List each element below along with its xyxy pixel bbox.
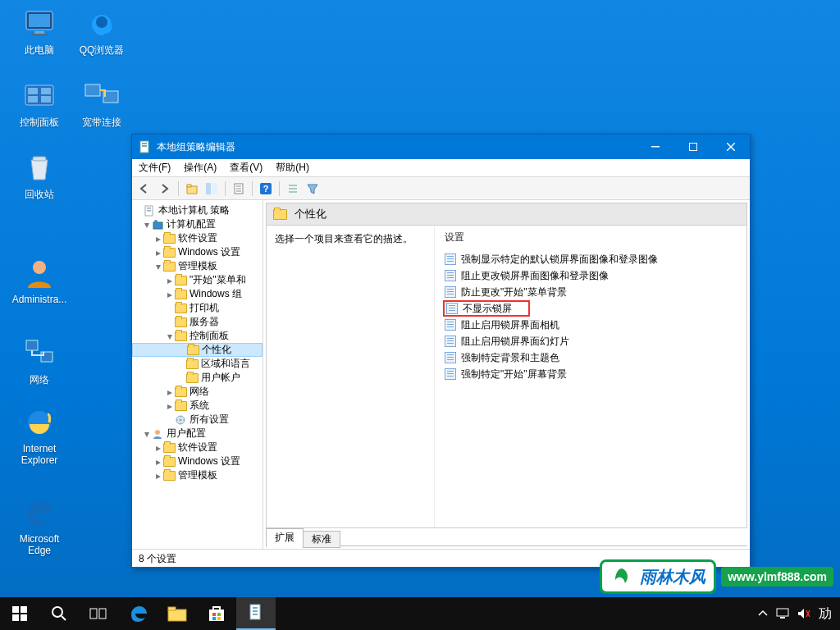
svg-point-14 <box>96 16 107 28</box>
desktop[interactable]: 此电脑 控制面板 回收站 Administra... 网络 Internet E… <box>0 0 840 630</box>
tree-user-accounts[interactable]: 用户帐户 <box>201 371 240 385</box>
icon-dialup[interactable]: 宽带连接 <box>72 79 131 128</box>
titlebar[interactable]: 本地组策略编辑器 <box>132 135 750 159</box>
filter-icon[interactable] <box>304 180 321 197</box>
tray-display-icon[interactable] <box>776 608 789 619</box>
tree-network[interactable]: 网络 <box>189 385 209 399</box>
settings-header: 设置 <box>443 231 740 244</box>
tree-printer[interactable]: 打印机 <box>189 301 219 315</box>
tab-standard[interactable]: 标准 <box>303 531 340 548</box>
setting-label: 强制特定背景和主题色 <box>461 351 559 365</box>
tree-user-soft[interactable]: 软件设置 <box>178 441 217 454</box>
policy-icon <box>445 368 456 380</box>
show-hide-tree[interactable] <box>203 180 220 197</box>
up-button[interactable] <box>184 180 200 197</box>
taskbar-edge[interactable] <box>118 597 158 630</box>
back-button[interactable] <box>137 180 153 197</box>
svg-rect-50 <box>217 617 221 620</box>
minimize-button[interactable] <box>637 135 674 159</box>
tree-root[interactable]: 本地计算机 策略 <box>158 203 230 217</box>
policy-icon <box>446 303 458 314</box>
tree-admin-templates[interactable]: 管理模板 <box>178 259 217 273</box>
policy-icon <box>445 270 456 281</box>
svg-rect-47 <box>212 613 216 616</box>
svg-rect-44 <box>168 609 186 621</box>
forward-button[interactable] <box>157 180 173 197</box>
window-title: 本地组策略编辑器 <box>157 140 235 154</box>
tray-volume-icon[interactable] <box>797 608 810 619</box>
tree-windows-components[interactable]: Windows 组 <box>189 287 242 301</box>
menu-action[interactable]: 操作(A) <box>177 161 223 175</box>
svg-rect-24 <box>206 183 211 194</box>
svg-rect-38 <box>21 606 27 613</box>
taskbar-store[interactable] <box>197 597 236 630</box>
tree-personalization[interactable]: 个性化 <box>202 343 231 357</box>
svg-rect-11 <box>26 340 38 350</box>
icon-qqbrowser[interactable]: QQ浏览器 <box>72 7 131 56</box>
list-icon[interactable] <box>285 180 301 197</box>
icon-ie[interactable]: Internet Explorer <box>10 405 69 467</box>
taskbar-explorer[interactable] <box>158 597 197 630</box>
tree-pane[interactable]: 本地计算机 策略 ▾计算机配置 ▸软件设置 ▸Windows 设置 ▾管理模板 … <box>132 200 263 549</box>
svg-rect-52 <box>253 607 258 609</box>
tree-windows-settings[interactable]: Windows 设置 <box>178 245 240 259</box>
tree-start-menu[interactable]: "开始"菜单和 <box>189 273 246 287</box>
tree-user-windows[interactable]: Windows 设置 <box>178 454 240 468</box>
icon-this-pc[interactable]: 此电脑 <box>10 7 69 56</box>
svg-rect-15 <box>85 84 100 96</box>
start-button[interactable] <box>0 597 39 630</box>
svg-rect-45 <box>168 607 176 610</box>
setting-label: 阻止启用锁屏界面幻灯片 <box>461 335 569 349</box>
description-text: 选择一个项目来查看它的描述。 <box>275 233 413 244</box>
tree-soft-settings[interactable]: 软件设置 <box>178 231 217 245</box>
right-pane: 个性化 选择一个项目来查看它的描述。 设置 强制显示特定的默认锁屏界面图像和登录… <box>263 200 750 549</box>
tray-ime-icon[interactable]: 劢 <box>819 605 832 623</box>
svg-point-10 <box>33 261 46 274</box>
setting-row[interactable]: 阻止启用锁屏界面相机 <box>443 317 740 333</box>
policy-icon <box>445 336 456 347</box>
setting-row[interactable]: 不显示锁屏 <box>443 300 530 317</box>
setting-row[interactable]: 防止更改"开始"菜单背景 <box>443 284 740 300</box>
properties-icon[interactable] <box>231 180 247 197</box>
taskbar-gpedit[interactable] <box>236 597 276 630</box>
app-icon <box>139 140 152 153</box>
tree-user-config[interactable]: 用户配置 <box>167 427 206 441</box>
setting-row[interactable]: 强制特定"开始"屏幕背景 <box>443 366 740 382</box>
svg-rect-37 <box>12 606 19 613</box>
help-icon[interactable]: ? <box>258 180 274 197</box>
taskbar[interactable]: 劢 <box>0 597 840 630</box>
menu-file[interactable]: 文件(F) <box>132 161 177 175</box>
tab-extended[interactable]: 扩展 <box>266 528 304 547</box>
menu-view[interactable]: 查看(V) <box>223 161 269 175</box>
icon-admin[interactable]: Administra... <box>10 256 69 305</box>
tree-all-settings[interactable]: 所有设置 <box>189 413 229 427</box>
svg-rect-42 <box>90 609 97 619</box>
icon-edge[interactable]: Microsoft Edge <box>10 495 69 557</box>
taskview-button[interactable] <box>79 597 118 630</box>
menu-help[interactable]: 帮助(H) <box>269 161 316 175</box>
tree-system[interactable]: 系统 <box>189 399 209 413</box>
setting-row[interactable]: 阻止更改锁屏界面图像和登录图像 <box>443 267 740 284</box>
svg-rect-40 <box>21 614 27 621</box>
system-tray[interactable]: 劢 <box>750 605 840 623</box>
tree-user-admin[interactable]: 管理模板 <box>178 468 217 482</box>
setting-row[interactable]: 强制特定背景和主题色 <box>443 349 740 366</box>
close-button[interactable] <box>712 135 750 159</box>
icon-recycle-bin[interactable]: 回收站 <box>10 151 69 200</box>
setting-label: 强制特定"开始"屏幕背景 <box>461 368 567 381</box>
policy-icon <box>445 352 456 363</box>
icon-network[interactable]: 网络 <box>10 336 69 386</box>
setting-row[interactable]: 强制显示特定的默认锁屏界面图像和登录图像 <box>443 251 740 267</box>
tree-control-panel[interactable]: 控制面板 <box>189 329 229 343</box>
tree-region[interactable]: 区域和语言 <box>201 357 250 371</box>
tree-server[interactable]: 服务器 <box>189 315 219 329</box>
svg-rect-54 <box>253 614 258 615</box>
tree-computer-config[interactable]: 计算机配置 <box>167 217 216 231</box>
tray-chevron-icon[interactable] <box>758 609 768 619</box>
icon-control-panel[interactable]: 控制面板 <box>10 79 69 128</box>
svg-rect-31 <box>147 210 151 212</box>
setting-row[interactable]: 阻止启用锁屏界面幻灯片 <box>443 333 740 349</box>
settings-list: 设置 强制显示特定的默认锁屏界面图像和登录图像阻止更改锁屏界面图像和登录图像防止… <box>435 226 746 527</box>
maximize-button[interactable] <box>674 135 712 159</box>
search-button[interactable] <box>39 597 79 630</box>
